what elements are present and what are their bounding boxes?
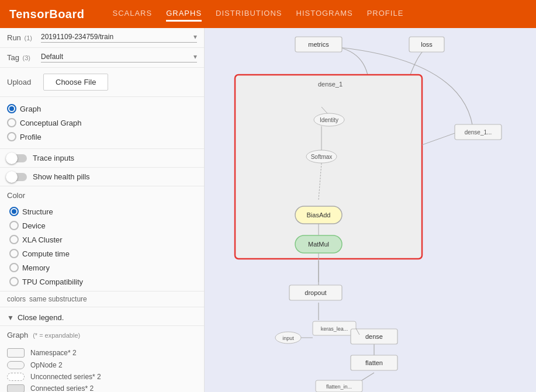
svg-text:loss: loss — [421, 41, 433, 48]
colors-info-row: colors same substructure — [0, 292, 204, 307]
conceptual-radio[interactable] — [7, 118, 16, 127]
chevron-down-icon: ▼ — [7, 314, 14, 322]
header: TensorBoard SCALARS GRAPHS DISTRIBUTIONS… — [0, 0, 536, 28]
svg-text:dense_1: dense_1 — [318, 81, 343, 88]
tag-label: Tag (3) — [7, 53, 36, 62]
legend-connected-label: Connected series* 2 — [30, 384, 94, 392]
legend-item-unconnected: Unconnected series* 2 — [7, 371, 197, 383]
color-tpu-row[interactable]: TPU Compatibility — [9, 275, 197, 289]
colors-key: colors — [7, 295, 26, 303]
color-tpu-label: TPU Compatibility — [22, 277, 83, 286]
conceptual-radio-label: Conceptual Graph — [20, 119, 82, 127]
graph-radio[interactable] — [7, 104, 16, 113]
colors-value: same substructure — [29, 295, 87, 303]
upload-label: Upload — [7, 78, 36, 86]
color-section-label: Color — [7, 191, 25, 200]
legend-item-connected: Connected series* 2 — [7, 383, 197, 392]
svg-text:metrics: metrics — [308, 41, 329, 48]
svg-text:MatMul: MatMul — [308, 241, 329, 248]
color-compute-label: Compute time — [22, 249, 70, 258]
svg-text:dense: dense — [365, 333, 383, 340]
app-logo: TensorBoard — [9, 8, 84, 21]
color-xla-radio[interactable] — [9, 235, 19, 244]
graph-svg: dense_1 metrics loss Identity Softmax Bi… — [205, 28, 536, 392]
graph-radio-label: Graph — [20, 105, 41, 113]
main-nav: SCALARS GRAPHS DISTRIBUTIONS HISTOGRAMS … — [112, 6, 403, 22]
svg-text:dense_1...: dense_1... — [465, 129, 492, 136]
run-field-row: Run (1) 20191109-234759/train — [0, 28, 204, 48]
color-memory-row[interactable]: Memory — [9, 261, 197, 275]
color-section: Color Structure Device XLA Cluster — [0, 186, 204, 292]
svg-text:Identity: Identity — [320, 117, 338, 123]
profile-radio-label: Profile — [20, 133, 42, 141]
svg-rect-1 — [235, 75, 422, 259]
color-xla-row[interactable]: XLA Cluster — [9, 233, 197, 247]
tag-value: Default — [41, 53, 197, 61]
graph-type-options: Graph Conceptual Graph Profile — [0, 97, 204, 149]
color-compute-row[interactable]: Compute time — [9, 247, 197, 261]
svg-text:flatten_in...: flatten_in... — [326, 384, 352, 390]
nav-distributions[interactable]: DISTRIBUTIONS — [216, 6, 282, 22]
tag-select-wrap[interactable]: Default — [41, 53, 197, 63]
svg-text:BiasAdd: BiasAdd — [307, 211, 331, 218]
legend-section-title: Graph — [7, 331, 28, 339]
nav-graphs[interactable]: GRAPHS — [166, 6, 202, 22]
color-options: Structure Device XLA Cluster Compute tim… — [7, 204, 197, 289]
color-memory-radio[interactable] — [9, 263, 19, 272]
show-health-pills-toggle[interactable] — [7, 173, 27, 181]
namespace-shape-icon — [7, 348, 25, 358]
nav-scalars[interactable]: SCALARS — [112, 6, 152, 22]
choose-file-button[interactable]: Choose File — [43, 74, 108, 91]
run-label: Run (1) — [7, 33, 36, 42]
color-tpu-radio[interactable] — [9, 277, 19, 286]
legend-body: Graph (* = expandable) Namespace* 2 OpNo… — [0, 326, 204, 392]
legend-unconnected-label: Unconnected series* 2 — [30, 373, 101, 381]
conceptual-radio-row[interactable]: Conceptual Graph — [7, 116, 197, 130]
color-structure-radio[interactable] — [9, 207, 19, 216]
svg-text:flatten: flatten — [365, 359, 383, 366]
color-structure-row[interactable]: Structure — [9, 204, 197, 218]
nav-profile[interactable]: PROFILE — [367, 6, 404, 22]
upload-row: Upload Choose File — [0, 68, 204, 97]
trace-inputs-label: Trace inputs — [33, 154, 74, 162]
svg-text:input: input — [282, 335, 294, 341]
color-device-row[interactable]: Device — [9, 218, 197, 233]
connected-shape-icon — [7, 384, 25, 392]
sidebar: Run (1) 20191109-234759/train Tag (3) De… — [0, 28, 205, 392]
profile-radio[interactable] — [7, 132, 16, 141]
run-value: 20191109-234759/train — [41, 33, 197, 41]
color-device-radio[interactable] — [9, 221, 19, 230]
color-xla-label: XLA Cluster — [22, 235, 63, 244]
legend-namespace-label: Namespace* 2 — [30, 349, 77, 357]
show-health-pills-label: Show health pills — [33, 172, 90, 181]
opnode-shape-icon — [7, 361, 25, 369]
color-structure-label: Structure — [22, 207, 53, 216]
svg-text:dropout: dropout — [305, 289, 326, 296]
svg-text:Softmax: Softmax — [311, 154, 333, 160]
layout: Run (1) 20191109-234759/train Tag (3) De… — [0, 28, 536, 392]
sidebar-scroll: Run (1) 20191109-234759/train Tag (3) De… — [0, 28, 204, 392]
tag-field-row: Tag (3) Default — [0, 48, 204, 68]
graph-canvas-area[interactable]: dense_1 metrics loss Identity Softmax Bi… — [205, 28, 536, 392]
color-compute-radio[interactable] — [9, 249, 19, 258]
legend-subtitle: (* = expandable) — [33, 332, 80, 339]
color-memory-label: Memory — [22, 263, 50, 272]
legend-item-namespace: Namespace* 2 — [7, 346, 197, 359]
trace-inputs-toggle[interactable] — [7, 154, 27, 162]
legend-section: ▼ Close legend. Graph (* = expandable) N… — [0, 307, 204, 392]
unconnected-shape-icon — [7, 373, 25, 381]
svg-text:keras_lea...: keras_lea... — [321, 326, 348, 332]
profile-radio-row[interactable]: Profile — [7, 130, 197, 144]
run-select-wrap[interactable]: 20191109-234759/train — [41, 33, 197, 43]
legend-toggle[interactable]: ▼ Close legend. — [0, 307, 204, 326]
legend-opnode-label: OpNode 2 — [30, 361, 63, 369]
graph-radio-row[interactable]: Graph — [7, 102, 197, 116]
trace-inputs-row: Trace inputs — [0, 149, 204, 168]
nav-histograms[interactable]: HISTOGRAMS — [296, 6, 353, 22]
legend-item-opnode: OpNode 2 — [7, 359, 197, 371]
legend-title: Close legend. — [18, 313, 64, 322]
show-health-pills-row: Show health pills — [0, 168, 204, 186]
color-device-label: Device — [22, 221, 46, 230]
